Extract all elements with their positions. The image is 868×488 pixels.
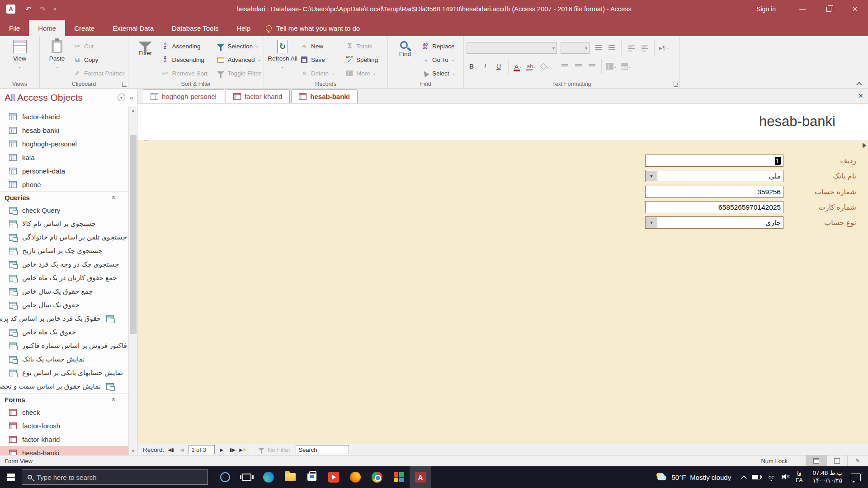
document-tab-factor-kharid[interactable]: factor-kharid [226,89,290,103]
collapse-group-icon[interactable]: « [110,196,118,199]
align-right-button[interactable] [587,61,597,71]
no-filter-indicator[interactable]: No Filter [258,446,290,453]
design-view-button[interactable]: ✎ [847,455,868,467]
weather-widget[interactable]: 50°F Mostly cloudy [649,473,737,482]
nav-item-table-obj[interactable]: phone [0,178,128,191]
spelling-button[interactable]: ABC✓Spelling [345,54,378,65]
shutter-close-icon[interactable]: « [130,94,133,101]
bullets-button[interactable] [593,43,603,53]
undo-icon[interactable]: ↶ [25,5,31,14]
nav-item-query-obj[interactable]: جستجوی بر اساس نام کالا [0,217,128,230]
nav-item-query-obj[interactable]: جستجوی چک در وجه یک فرد خاص [0,258,128,271]
refresh-all-button[interactable]: ↻ Refresh All ⌄ [267,38,298,81]
video-app-button[interactable] [323,466,344,488]
next-record-button[interactable]: ▶ [217,447,226,452]
font-color-button[interactable]: A⌄ [513,61,523,71]
clock[interactable]: ب.ظ 07:48 ۱۴۰۰/۱۰/۲۵ [807,469,849,485]
advanced-button[interactable]: Advanced⌄ [217,54,261,65]
align-left-button[interactable] [560,61,570,71]
ribbon-tab-help[interactable]: Help [227,20,259,36]
action-center-icon[interactable] [851,474,861,481]
alternate-row-color-button[interactable]: ⌄ [621,61,632,71]
queries-group-header[interactable]: Queries« [0,191,128,203]
format-painter-button[interactable]: ✐Format Painter [73,68,124,79]
nav-item-query-obj[interactable]: جستجوی تلفن بر اساس نام خانوادگی [0,230,128,244]
cortana-button[interactable] [214,466,236,488]
nav-item-table-obj[interactable]: hoghogh-personel [0,137,128,150]
hidden-icons-chevron[interactable] [741,475,747,481]
filter-button[interactable]: Filter [131,38,159,81]
access-taskbar-button[interactable]: A [410,466,431,488]
first-record-button[interactable]: ◀▮ [167,447,175,452]
nav-pane-header[interactable]: All Access Objects ▾ « [0,89,137,106]
decrease-indent-button[interactable] [626,43,636,53]
nav-item-table-obj[interactable]: personeli-data [0,164,128,178]
more-button[interactable]: More⌄ [345,68,378,79]
close-document-icon[interactable]: ✕ [858,92,863,99]
sign-in-button[interactable]: Sign in [749,0,783,18]
find-button[interactable]: Find [391,38,420,81]
scroll-down-icon[interactable]: ▼ [129,447,137,455]
file-explorer-button[interactable] [279,466,301,488]
chrome-button[interactable] [366,466,388,488]
copy-button[interactable]: ⧉Copy [73,54,124,65]
nav-item-query-obj[interactable]: فاکتور فروش بر اساس شماره فاکتور [0,339,128,352]
previous-record-button[interactable]: ◀ [178,447,186,452]
store-button[interactable] [301,466,323,488]
highlight-color-button[interactable]: ab⌄ [527,61,537,71]
nav-item-table-obj[interactable]: hesab-banki [0,123,128,137]
remove-sort-button[interactable]: A✕Remove Sort [161,68,215,79]
text-direction-button[interactable]: ▸¶⌄ [659,43,669,53]
close-button[interactable]: ✕ [842,0,868,18]
bold-button[interactable]: B [467,61,476,71]
cut-button[interactable]: ✂Cut [73,41,124,52]
combo-dropdown-icon[interactable]: ▼ [646,171,657,181]
nav-item-query-obj[interactable]: حقوق یک فرد خاص بر اساس کد پرسنلی [0,312,128,325]
document-tab-hesab-banki[interactable]: hesab-banki [291,89,358,103]
paste-button[interactable]: Paste ⌄ [42,38,71,81]
selection-button[interactable]: Selection⌄ [217,41,261,52]
colorful-app-button[interactable] [388,466,410,488]
wifi-icon[interactable] [767,474,776,480]
nav-item-query-obj[interactable]: جمع حقوق یک سال خاص [0,285,128,298]
collapse-ribbon-icon[interactable] [856,81,862,86]
scrollbar-thumb[interactable] [130,135,137,334]
nav-item-form-obj[interactable]: factor-forosh [0,419,128,432]
combo-dropdown-icon[interactable]: ▼ [646,217,657,228]
redo-icon[interactable]: ↷ [39,5,45,14]
customize-toolbar-icon[interactable]: ▾ [54,6,57,12]
underline-button[interactable]: U [494,61,504,71]
new-blank-record-button[interactable]: ▶✳ [239,447,246,452]
clipboard-dialog-launcher-icon[interactable] [122,82,127,87]
battery-icon[interactable] [752,475,761,479]
forms-group-header[interactable]: Forms« [0,393,128,405]
text-formatting-dialog-launcher-icon[interactable] [674,82,678,87]
view-button[interactable]: View ⌄ [5,38,34,81]
ribbon-tab-home[interactable]: Home [29,20,65,36]
select-button[interactable]: Select⌄ [421,68,455,79]
ribbon-tab-create[interactable]: Create [65,20,104,36]
nav-item-form-obj[interactable]: check [0,405,128,419]
save-record-button[interactable]: Save [300,54,344,65]
ribbon-tab-database-tools[interactable]: Database Tools [163,20,227,36]
nav-item-query-obj[interactable]: نمایش حساب یک بانک [0,352,128,366]
taskbar-search-box[interactable]: Type here to search [22,469,208,485]
nav-item-query-obj[interactable]: حقوق یک ماه خاص [0,325,128,339]
document-tab-hoghogh-personel[interactable]: hoghogh-personel [143,89,224,103]
totals-button[interactable]: ΣTotals [345,41,378,52]
collapse-group-icon[interactable]: « [110,398,118,401]
new-record-button[interactable]: ✳New [300,41,344,52]
nav-item-table-obj[interactable]: kala [0,150,128,164]
nav-item-table-obj[interactable]: factor-kharid [0,110,128,123]
nav-pane-menu-icon[interactable]: ▾ [118,94,125,101]
language-indicator[interactable]: فا FA [796,471,802,484]
nav-item-query-obj[interactable]: جستجوی چک بر اساس تاریخ [0,244,128,258]
nav-item-form-obj[interactable]: hesab-banki [0,446,128,455]
ribbon-tab-file[interactable]: File [0,20,29,36]
replace-button[interactable]: abacReplace [421,41,455,52]
tell-me-box[interactable]: Tell me what you want to do [259,20,366,36]
minimize-button[interactable]: — [789,0,816,18]
delete-record-button[interactable]: ✕Delete⌄ [300,68,344,79]
nav-item-query-obj[interactable]: حقوق یک سال خاص [0,298,128,312]
edge-button[interactable] [258,466,279,488]
